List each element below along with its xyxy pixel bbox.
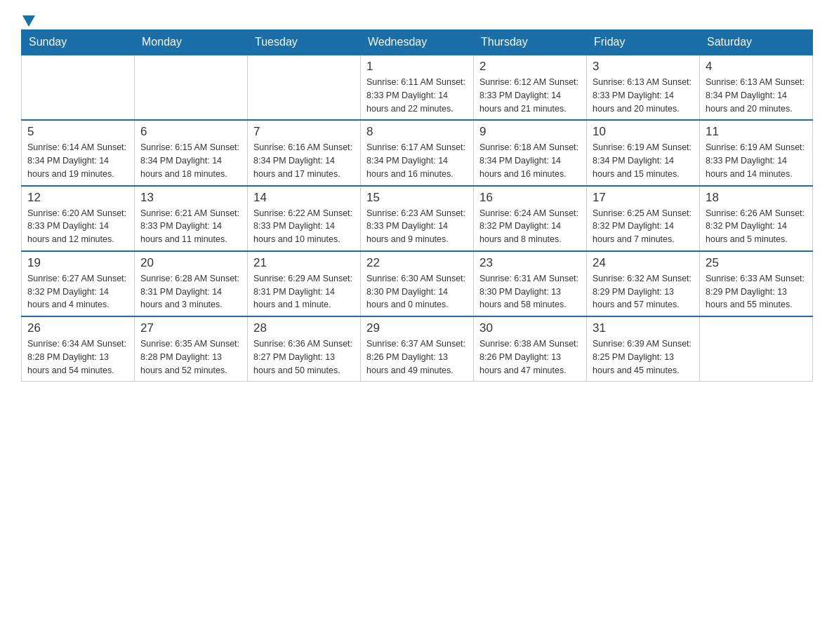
day-number: 17 [593,191,694,205]
calendar-cell: 24Sunrise: 6:32 AM Sunset: 8:29 PM Dayli… [587,251,700,316]
day-number: 15 [366,191,468,205]
calendar-cell: 21Sunrise: 6:29 AM Sunset: 8:31 PM Dayli… [248,251,361,316]
day-number: 9 [479,125,581,139]
day-number: 23 [479,256,581,270]
calendar-cell: 6Sunrise: 6:15 AM Sunset: 8:34 PM Daylig… [135,120,248,185]
calendar-cell: 13Sunrise: 6:21 AM Sunset: 8:33 PM Dayli… [135,186,248,251]
day-info: Sunrise: 6:18 AM Sunset: 8:34 PM Dayligh… [479,141,581,180]
day-header-tuesday: Tuesday [248,30,361,55]
calendar-cell: 27Sunrise: 6:35 AM Sunset: 8:28 PM Dayli… [135,316,248,382]
day-info: Sunrise: 6:36 AM Sunset: 8:27 PM Dayligh… [253,337,355,377]
day-number: 14 [253,191,355,205]
calendar-week-row: 5Sunrise: 6:14 AM Sunset: 8:34 PM Daylig… [22,120,813,185]
day-number: 2 [479,60,581,74]
day-number: 10 [593,125,694,139]
day-number: 31 [593,321,694,335]
day-info: Sunrise: 6:33 AM Sunset: 8:29 PM Dayligh… [706,272,807,311]
day-number: 20 [140,256,241,270]
calendar-cell: 14Sunrise: 6:22 AM Sunset: 8:33 PM Dayli… [248,186,361,251]
calendar-cell: 29Sunrise: 6:37 AM Sunset: 8:26 PM Dayli… [361,316,474,382]
day-info: Sunrise: 6:32 AM Sunset: 8:29 PM Dayligh… [593,272,694,311]
calendar-cell: 8Sunrise: 6:17 AM Sunset: 8:34 PM Daylig… [361,120,474,185]
day-info: Sunrise: 6:17 AM Sunset: 8:34 PM Dayligh… [366,141,468,180]
calendar-cell: 5Sunrise: 6:14 AM Sunset: 8:34 PM Daylig… [22,120,135,185]
day-info: Sunrise: 6:13 AM Sunset: 8:34 PM Dayligh… [706,76,807,115]
day-number: 16 [479,191,581,205]
day-number: 24 [593,256,694,270]
day-info: Sunrise: 6:19 AM Sunset: 8:34 PM Dayligh… [593,141,694,180]
day-number: 22 [366,256,468,270]
day-number: 28 [253,321,355,335]
day-info: Sunrise: 6:26 AM Sunset: 8:32 PM Dayligh… [706,207,807,246]
day-header-thursday: Thursday [474,30,587,55]
day-number: 6 [140,125,241,139]
day-number: 29 [366,321,468,335]
day-number: 11 [706,125,807,139]
calendar-cell: 17Sunrise: 6:25 AM Sunset: 8:32 PM Dayli… [587,186,700,251]
page-header [21,14,813,22]
calendar-cell [248,55,361,120]
day-header-sunday: Sunday [22,30,135,55]
day-info: Sunrise: 6:29 AM Sunset: 8:31 PM Dayligh… [253,272,355,311]
svg-marker-0 [22,15,35,27]
day-info: Sunrise: 6:28 AM Sunset: 8:31 PM Dayligh… [140,272,241,311]
calendar-cell: 9Sunrise: 6:18 AM Sunset: 8:34 PM Daylig… [474,120,587,185]
day-header-wednesday: Wednesday [361,30,474,55]
day-number: 3 [593,60,694,74]
day-number: 7 [253,125,355,139]
day-info: Sunrise: 6:27 AM Sunset: 8:32 PM Dayligh… [27,272,128,311]
day-number: 8 [366,125,468,139]
day-number: 21 [253,256,355,270]
day-info: Sunrise: 6:35 AM Sunset: 8:28 PM Dayligh… [140,337,241,377]
day-info: Sunrise: 6:12 AM Sunset: 8:33 PM Dayligh… [479,76,581,115]
day-info: Sunrise: 6:14 AM Sunset: 8:34 PM Dayligh… [27,141,128,180]
calendar-cell: 31Sunrise: 6:39 AM Sunset: 8:25 PM Dayli… [587,316,700,382]
day-header-monday: Monday [135,30,248,55]
calendar-cell: 28Sunrise: 6:36 AM Sunset: 8:27 PM Dayli… [248,316,361,382]
day-info: Sunrise: 6:22 AM Sunset: 8:33 PM Dayligh… [253,207,355,246]
day-info: Sunrise: 6:21 AM Sunset: 8:33 PM Dayligh… [140,207,241,246]
day-info: Sunrise: 6:31 AM Sunset: 8:30 PM Dayligh… [479,272,581,311]
calendar-cell: 23Sunrise: 6:31 AM Sunset: 8:30 PM Dayli… [474,251,587,316]
calendar-cell: 19Sunrise: 6:27 AM Sunset: 8:32 PM Dayli… [22,251,135,316]
logo [21,14,37,22]
calendar-week-row: 1Sunrise: 6:11 AM Sunset: 8:33 PM Daylig… [22,55,813,120]
day-info: Sunrise: 6:19 AM Sunset: 8:33 PM Dayligh… [706,141,807,180]
day-info: Sunrise: 6:39 AM Sunset: 8:25 PM Dayligh… [593,337,694,377]
calendar-cell: 10Sunrise: 6:19 AM Sunset: 8:34 PM Dayli… [587,120,700,185]
calendar-cell [700,316,813,382]
calendar-cell [135,55,248,120]
calendar-cell [22,55,135,120]
day-info: Sunrise: 6:15 AM Sunset: 8:34 PM Dayligh… [140,141,241,180]
calendar-cell: 16Sunrise: 6:24 AM Sunset: 8:32 PM Dayli… [474,186,587,251]
calendar-cell: 22Sunrise: 6:30 AM Sunset: 8:30 PM Dayli… [361,251,474,316]
day-number: 1 [366,60,468,74]
day-number: 26 [27,321,128,335]
calendar-cell: 20Sunrise: 6:28 AM Sunset: 8:31 PM Dayli… [135,251,248,316]
calendar-table: SundayMondayTuesdayWednesdayThursdayFrid… [21,29,813,382]
calendar-week-row: 12Sunrise: 6:20 AM Sunset: 8:33 PM Dayli… [22,186,813,251]
calendar-cell: 18Sunrise: 6:26 AM Sunset: 8:32 PM Dayli… [700,186,813,251]
day-number: 12 [27,191,128,205]
day-header-friday: Friday [587,30,700,55]
day-info: Sunrise: 6:37 AM Sunset: 8:26 PM Dayligh… [366,337,468,377]
day-info: Sunrise: 6:34 AM Sunset: 8:28 PM Dayligh… [27,337,128,377]
day-number: 4 [706,60,807,74]
calendar-cell: 26Sunrise: 6:34 AM Sunset: 8:28 PM Dayli… [22,316,135,382]
calendar-cell: 2Sunrise: 6:12 AM Sunset: 8:33 PM Daylig… [474,55,587,120]
day-info: Sunrise: 6:38 AM Sunset: 8:26 PM Dayligh… [479,337,581,377]
calendar-week-row: 26Sunrise: 6:34 AM Sunset: 8:28 PM Dayli… [22,316,813,382]
calendar-cell: 3Sunrise: 6:13 AM Sunset: 8:33 PM Daylig… [587,55,700,120]
day-number: 25 [706,256,807,270]
day-info: Sunrise: 6:11 AM Sunset: 8:33 PM Dayligh… [366,76,468,115]
calendar-cell: 7Sunrise: 6:16 AM Sunset: 8:34 PM Daylig… [248,120,361,185]
calendar-cell: 11Sunrise: 6:19 AM Sunset: 8:33 PM Dayli… [700,120,813,185]
calendar-cell: 1Sunrise: 6:11 AM Sunset: 8:33 PM Daylig… [361,55,474,120]
day-number: 19 [27,256,128,270]
calendar-cell: 30Sunrise: 6:38 AM Sunset: 8:26 PM Dayli… [474,316,587,382]
day-info: Sunrise: 6:25 AM Sunset: 8:32 PM Dayligh… [593,207,694,246]
day-header-saturday: Saturday [700,30,813,55]
day-number: 18 [706,191,807,205]
calendar-cell: 12Sunrise: 6:20 AM Sunset: 8:33 PM Dayli… [22,186,135,251]
calendar-cell: 15Sunrise: 6:23 AM Sunset: 8:33 PM Dayli… [361,186,474,251]
